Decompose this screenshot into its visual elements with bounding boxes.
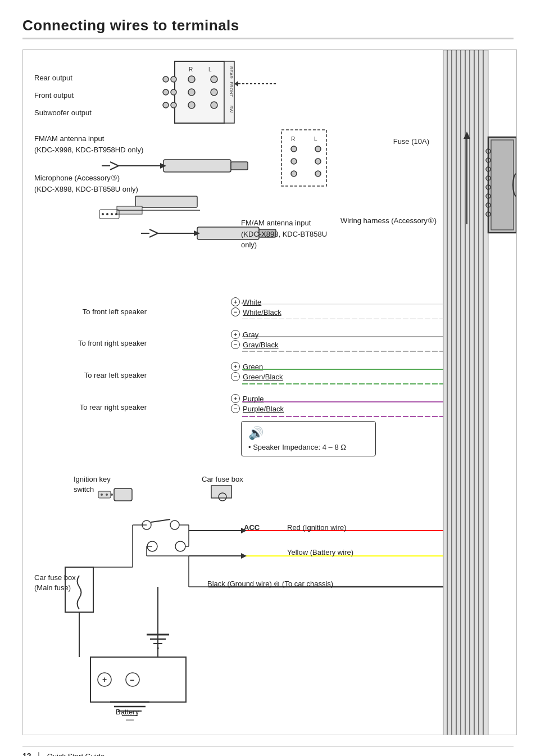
- battery-label: Battery: [116, 708, 139, 716]
- svg-line-72: [149, 229, 158, 233]
- page-title: Connecting wires to terminals: [22, 17, 514, 39]
- svg-line-73: [149, 233, 158, 237]
- svg-point-43: [171, 102, 176, 108]
- svg-point-67: [115, 213, 117, 215]
- car-fuse-box-label: Car fuse box: [202, 474, 243, 485]
- svg-text:R: R: [291, 136, 295, 142]
- speaker-rear-left-wires: + Green − Green/Black: [231, 362, 283, 381]
- wiring-harness-label: Wiring harness (Accessory①): [340, 216, 437, 226]
- diagram-area: R L REAR FRONT SW: [22, 49, 517, 735]
- antenna-top-label: FM/AM antenna input (KDC-X998, KDC-BT958…: [34, 133, 143, 155]
- svg-rect-0: [443, 50, 488, 735]
- rear-output-label: Rear output: [34, 74, 92, 82]
- speaker-front-left-wires: + White − White/Black: [231, 297, 281, 316]
- svg-point-48: [315, 146, 321, 152]
- svg-rect-84: [114, 488, 132, 501]
- svg-point-64: [102, 213, 104, 215]
- svg-rect-53: [163, 160, 231, 172]
- svg-text:SW: SW: [229, 106, 234, 113]
- red-wire-label: Red (Ignition wire): [287, 523, 347, 532]
- impedance-box: 🔊 • Speaker Impedance: 4 – 8 Ω: [241, 421, 376, 456]
- microphone-label: Microphone (Accessory③) (KDC-X898, KDC-B…: [34, 173, 138, 194]
- svg-point-27: [211, 76, 217, 83]
- svg-point-30: [188, 102, 195, 108]
- svg-rect-54: [231, 162, 248, 170]
- page-number: 12: [22, 752, 31, 756]
- svg-text:−: −: [130, 676, 134, 685]
- svg-point-65: [106, 213, 108, 215]
- ignition-key-label: Ignition key switch: [74, 474, 111, 495]
- svg-text:L: L: [208, 66, 212, 73]
- output-labels: Rear output Front output Subwoofer outpu…: [34, 74, 92, 117]
- svg-line-91: [151, 519, 170, 522]
- svg-marker-37: [234, 81, 238, 87]
- antenna-bottom-label: FM/AM antenna input (KDC-X898, KDC-BT858…: [241, 218, 327, 251]
- svg-point-26: [188, 76, 195, 83]
- svg-rect-60: [135, 196, 197, 207]
- svg-point-28: [188, 89, 195, 96]
- svg-point-39: [171, 76, 176, 82]
- speaker-rear-right-wires: + Purple − Purple/Black: [231, 394, 284, 413]
- acc-label: ACC: [244, 523, 260, 532]
- guide-label: Quick Start Guide: [47, 752, 105, 757]
- svg-point-88: [111, 494, 113, 496]
- svg-line-58: [110, 166, 119, 170]
- svg-point-31: [211, 102, 217, 108]
- yellow-wire-label: Yellow (Battery wire): [287, 548, 353, 556]
- svg-point-40: [163, 89, 169, 95]
- svg-point-38: [163, 76, 169, 82]
- svg-point-51: [291, 171, 297, 176]
- svg-point-90: [170, 520, 179, 529]
- svg-point-52: [315, 171, 321, 176]
- speaker-rear-left-label: To rear left speaker: [34, 368, 147, 379]
- fuse-label: Fuse (10A): [393, 137, 429, 146]
- svg-point-42: [163, 102, 169, 108]
- svg-point-66: [111, 213, 113, 215]
- svg-line-57: [110, 162, 119, 166]
- svg-point-29: [211, 89, 217, 96]
- page: Connecting wires to terminals: [0, 0, 536, 756]
- speaker-front-right-wires: + Gray − Gray/Black: [231, 330, 279, 349]
- black-wire-label: Black (Ground wire) ⊖ (To car chassis): [207, 580, 333, 588]
- speaker-rear-right-label: To rear right speaker: [34, 400, 147, 411]
- svg-text:L: L: [314, 136, 317, 142]
- svg-point-49: [291, 159, 297, 164]
- front-output-label: Front output: [34, 91, 92, 99]
- svg-point-41: [171, 89, 176, 95]
- svg-text:FRONT: FRONT: [229, 82, 234, 97]
- svg-rect-44: [281, 130, 326, 186]
- footer-divider: │: [37, 752, 42, 757]
- svg-point-50: [315, 159, 321, 164]
- svg-rect-11: [491, 140, 514, 230]
- subwoofer-output-label: Subwoofer output: [34, 108, 92, 117]
- svg-point-47: [291, 146, 297, 152]
- svg-point-95: [175, 541, 185, 551]
- svg-text:REAR: REAR: [229, 66, 234, 79]
- svg-rect-92: [211, 486, 231, 498]
- speaker-front-left-label: To front left speaker: [34, 304, 147, 316]
- svg-text:+: +: [102, 675, 107, 684]
- svg-marker-102: [241, 553, 247, 559]
- speaker-front-right-label: To front right speaker: [34, 336, 147, 347]
- car-fuse-box-main-label: Car fuse box (Main fuse): [34, 573, 76, 593]
- svg-text:R: R: [189, 66, 193, 73]
- footer: 12 │ Quick Start Guide: [22, 746, 514, 756]
